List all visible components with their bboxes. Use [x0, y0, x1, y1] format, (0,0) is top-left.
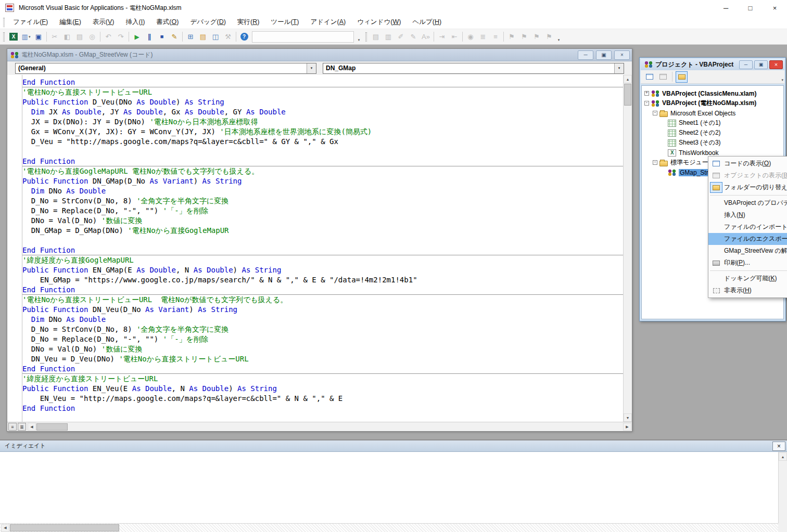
context-menu-item[interactable]: ドッキング可能(K)	[708, 273, 787, 284]
maximize-button[interactable]: □	[738, 0, 763, 16]
code-line[interactable]: D_No = StrConv(D_No, 8) '全角文字を半角文字に変換	[22, 325, 623, 334]
code-line[interactable]: DNo = Val(D_No) '数値に変換	[22, 344, 623, 354]
view-excel-icon[interactable]: X	[7, 31, 20, 43]
insert-userform-icon[interactable]: ▥▾	[20, 31, 32, 43]
reset-icon[interactable]: ■	[156, 31, 168, 43]
collapse-icon[interactable]: -	[653, 111, 657, 115]
code-line[interactable]: End Function	[22, 77, 623, 87]
code-line[interactable]: DN_GMap = D_GMap(DNo) '電柱Noから直接GogleMapU…	[22, 226, 623, 236]
project-explorer-icon[interactable]: ⊞	[184, 31, 197, 43]
project-close-button[interactable]: ×	[769, 60, 783, 69]
code-close-button[interactable]: ×	[614, 50, 630, 60]
context-menu-item[interactable]: VBAProject のプロパティ...	[708, 197, 787, 209]
context-menu-item[interactable]: フォルダーの切り替え	[708, 181, 787, 193]
code-line[interactable]: Gx = WConv_X(JY, JX): GY = WConv_Y(JY, J…	[22, 127, 623, 137]
code-line[interactable]: '緯度経度から直接GogleMapURL	[22, 255, 623, 265]
menubar-item[interactable]: 表示(V)	[87, 15, 120, 29]
standard-toolbar-drag-handle[interactable]	[3, 32, 5, 42]
scroll-left-icon[interactable]: ◀	[28, 423, 36, 431]
procedure-view-button[interactable]: ≡	[8, 423, 17, 431]
menubar-item[interactable]: ウィンドウ(W)	[351, 15, 407, 29]
scroll-left-icon[interactable]: ◀	[1, 524, 9, 532]
help-icon[interactable]: ?	[238, 31, 250, 43]
project-minimize-button[interactable]: ─	[739, 60, 753, 69]
code-line[interactable]: Dim DNo As Double	[22, 315, 623, 325]
code-vertical-scrollbar[interactable]: ▲ ▼	[623, 75, 632, 422]
tree-item[interactable]: -Microsoft Excel Objects	[642, 108, 783, 118]
context-menu-item[interactable]: GMap_StreetVew の解放...	[708, 245, 787, 257]
code-line[interactable]: Dim JX As Double, JY As Double, Gx As Do…	[22, 107, 623, 117]
code-line[interactable]: Public Function DN_GMap(D_No As Variant)…	[22, 176, 623, 186]
tree-item[interactable]: +VBAProject (ClassicMenu.xlam)	[642, 88, 783, 98]
vertical-scroll-thumb[interactable]	[624, 84, 631, 106]
code-line[interactable]: JX = Dx(DNo): JY = Dy(DNo) '電柱Noから日本測地系座…	[22, 117, 623, 127]
code-line[interactable]: End Function	[22, 404, 623, 413]
code-line[interactable]: DNo = Val(D_No) '数値に変換	[22, 216, 623, 226]
code-line[interactable]: End Function	[22, 245, 623, 255]
break-icon[interactable]: ∥	[143, 31, 156, 43]
toolbar-options-grip[interactable]: ▾	[555, 30, 562, 44]
context-menu-item[interactable]: 非表示(H)	[708, 284, 787, 296]
tree-item[interactable]: -VBAProject (電柱NoGMap.xlsm)	[642, 98, 783, 108]
menubar-item[interactable]: デバッグ(D)	[184, 15, 232, 29]
toolbar-options-grip[interactable]: ▾	[356, 30, 362, 44]
scroll-down-icon[interactable]: ▼	[624, 413, 632, 422]
code-restore-button[interactable]: ▣	[596, 50, 612, 60]
immediate-content[interactable]	[0, 452, 778, 523]
code-line[interactable]: Public Function D_Veu(DNo As Double) As …	[22, 97, 623, 107]
menubar-item[interactable]: 挿入(I)	[120, 15, 151, 29]
project-toolbar-grip[interactable]: ▾	[781, 78, 783, 83]
object-browser-icon[interactable]: ◫	[209, 31, 222, 43]
menubar-item[interactable]: 編集(E)	[54, 15, 87, 29]
save-icon[interactable]: ▣	[32, 31, 45, 43]
horizontal-scroll-thumb[interactable]	[10, 524, 119, 531]
tree-item[interactable]: Sheet2 (その2)	[642, 128, 783, 138]
immediate-vertical-scrollbar[interactable]: ▲	[778, 452, 787, 523]
code-line[interactable]: DN_Veu = D_Veu(DNo) '電柱Noから直接ストリートビューURL	[22, 354, 623, 364]
tree-item[interactable]: Sheet3 (その3)	[642, 138, 783, 148]
immediate-titlebar[interactable]: イミディエイト ×	[0, 440, 787, 452]
scroll-up-icon[interactable]: ▲	[624, 75, 632, 83]
view-object-button[interactable]	[657, 71, 669, 83]
immediate-horizontal-scrollbar[interactable]: ◀	[0, 523, 778, 532]
code-line[interactable]: Public Function DN_Veu(D_No As Variant) …	[22, 305, 623, 315]
collapse-icon[interactable]: -	[653, 160, 657, 165]
collapse-icon[interactable]: -	[644, 101, 649, 106]
menubar-item[interactable]: ツール(T)	[265, 15, 304, 29]
menubar-item[interactable]: 書式(O)	[150, 15, 184, 29]
full-module-view-button[interactable]: ≣	[18, 423, 26, 431]
code-window-titlebar[interactable]: 電柱NoGMap.xlsm - GMap_StreetVew (コード) ─ ▣…	[7, 49, 632, 61]
code-line[interactable]: End Function	[22, 157, 623, 166]
toggle-folders-button[interactable]	[676, 71, 688, 83]
code-line[interactable]: D_No = Replace(D_No, "-", "") '「-」を削除	[22, 206, 623, 216]
tree-item[interactable]: Sheet1 (その1)	[642, 118, 783, 128]
procedure-dropdown[interactable]: DN_GMap ▾	[323, 63, 624, 74]
object-dropdown[interactable]: (General) ▾	[15, 63, 316, 74]
code-line[interactable]: D_Veu = "http://maps.google.com/maps?q=&…	[22, 137, 623, 147]
minimize-button[interactable]: ─	[714, 0, 738, 16]
code-line[interactable]: D_No = Replace(D_No, "-", "") '「-」を削除	[22, 334, 623, 344]
project-titlebar[interactable]: プロジェクト - VBAProject ─ ▣ ×	[641, 59, 784, 70]
expand-icon[interactable]: +	[644, 91, 649, 96]
properties-window-icon[interactable]: ▤	[197, 31, 209, 43]
code-line[interactable]	[22, 147, 623, 157]
code-editor[interactable]: End Function'電柱Noから直接ストリートビューURLPublic F…	[22, 75, 623, 422]
context-menu-item[interactable]: ファイルのインポート(I)...	[708, 221, 787, 233]
code-line[interactable]: '緯度経度から直接ストリートビューURL	[22, 374, 623, 384]
code-line[interactable]: Dim DNo As Double	[22, 186, 623, 196]
edit-toolbar-drag-handle[interactable]	[365, 32, 367, 42]
context-menu-item[interactable]: 印刷(P)...	[708, 257, 787, 269]
object-dropdown-arrow-icon[interactable]: ▾	[307, 63, 316, 73]
menubar-item[interactable]: ファイル(F)	[7, 15, 54, 29]
scroll-up-icon[interactable]: ▲	[779, 452, 787, 461]
menubar-item[interactable]: 実行(R)	[232, 15, 265, 29]
code-line[interactable]: End Function	[22, 285, 623, 295]
scroll-right-icon[interactable]: ▶	[623, 423, 631, 431]
code-minimize-button[interactable]: ─	[578, 50, 593, 60]
context-menu-item[interactable]: ファイルのエクスポート(E)...	[708, 233, 787, 245]
menubar-item[interactable]: ヘルプ(H)	[407, 15, 447, 29]
project-restore-button[interactable]: ▣	[754, 60, 768, 69]
menubar-item[interactable]: アドイン(A)	[304, 15, 351, 29]
menubar-drag-handle[interactable]	[3, 18, 5, 27]
procedure-dropdown-arrow-icon[interactable]: ▾	[614, 63, 624, 73]
